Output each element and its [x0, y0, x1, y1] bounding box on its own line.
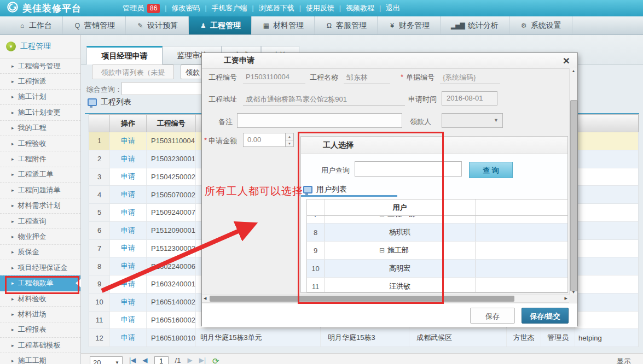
- scroll-left-icon[interactable]: ◀: [204, 296, 206, 301]
- status-text: 显示: [617, 356, 631, 364]
- last-page-icon[interactable]: ▶|: [199, 356, 206, 364]
- apply-link[interactable]: 申请: [121, 279, 135, 289]
- vertical-scrollbar[interactable]: ▲ ▼: [569, 68, 577, 295]
- sidebar-item-label: 工程报表: [18, 325, 47, 334]
- nav-item[interactable]: Ω 客服管理: [315, 16, 378, 34]
- caret-down-icon: ▼: [494, 118, 499, 123]
- sidebar-item[interactable]: ▸ 项目经理保证金: [0, 260, 80, 275]
- apply-link[interactable]: 申请: [121, 154, 135, 164]
- sidebar-item-label: 物业押金: [18, 232, 47, 242]
- amount-input[interactable]: 0.00: [243, 133, 286, 147]
- sidebar-item[interactable]: ▸ 施工计划: [0, 90, 80, 105]
- sidebar-item[interactable]: ▸ 工程查询: [0, 214, 80, 229]
- sidebar-item[interactable]: ▸ 材料进场: [0, 307, 80, 322]
- nav-item[interactable]: ✎ 设计预算: [126, 16, 189, 34]
- nav-item[interactable]: ▂▅▇ 统计分析: [441, 16, 509, 34]
- top-menu-link[interactable]: 视频教程: [346, 3, 374, 13]
- save-button[interactable]: 保存: [470, 308, 515, 324]
- spin-down-icon[interactable]: ▼: [286, 140, 293, 147]
- nav-item[interactable]: ⌂ 工作台: [8, 16, 63, 34]
- account-cell: [575, 132, 639, 150]
- page-size-select[interactable]: 20 ▼: [90, 356, 123, 364]
- sidebar-item[interactable]: ▸ 我的工程: [0, 121, 80, 136]
- sidebar-item[interactable]: ▸ 工程指派: [0, 74, 80, 89]
- apply-link[interactable]: 申请: [121, 208, 135, 218]
- row-number: 7: [89, 240, 110, 257]
- sidebar-item[interactable]: ▸ 工程基础模板: [0, 338, 80, 353]
- save-submit-button[interactable]: 保存/提交: [522, 308, 569, 324]
- sidebar-item[interactable]: ▸ 工程验收: [0, 136, 80, 151]
- apply-link[interactable]: 申请: [121, 172, 135, 181]
- project-code: P1505070002: [147, 186, 196, 203]
- refresh-icon[interactable]: ⟳: [212, 356, 219, 364]
- menu-divider: |: [165, 4, 166, 12]
- apply-link[interactable]: 申请: [121, 315, 135, 325]
- top-menu-link[interactable]: 手机客户端: [212, 3, 247, 13]
- apply-link[interactable]: 申请: [121, 136, 135, 146]
- apply-link[interactable]: 申请: [121, 243, 135, 253]
- nav-item-label: 系统设置: [531, 21, 561, 31]
- payee-select[interactable]: ▼: [442, 113, 503, 128]
- top-menu-link[interactable]: 使用反馈: [306, 3, 334, 13]
- apply-link[interactable]: 申请: [121, 190, 135, 199]
- project-code: P1605180010: [147, 329, 196, 347]
- sidebar-item[interactable]: ▸ 工程派工单: [0, 167, 80, 183]
- account-cell: [575, 293, 639, 311]
- sidebar-item[interactable]: ▸ 工程报表: [0, 322, 80, 338]
- sidebar-item[interactable]: ▸ 施工计划变更: [0, 105, 80, 120]
- apply-date-input[interactable]: 2016-08-01: [442, 91, 497, 105]
- sidebar-item[interactable]: ▸ 施工工期: [0, 353, 80, 364]
- scroll-up-icon[interactable]: ▲: [570, 69, 577, 73]
- sidebar-item[interactable]: ▸ 物业押金: [0, 229, 80, 244]
- nav-item[interactable]: ♟ 工程管理: [189, 16, 252, 34]
- first-page-icon[interactable]: |◀: [129, 356, 136, 364]
- row-number: 10: [89, 293, 110, 311]
- unsubmitted-list-button[interactable]: 领款申请列表（未提交）: [92, 64, 174, 79]
- collapse-icon[interactable]: ▾: [6, 42, 16, 51]
- user-label[interactable]: 管理员: [123, 3, 144, 13]
- nav-item[interactable]: ⚙ 系统设置: [509, 16, 572, 34]
- payee-label: 领款人: [410, 117, 431, 127]
- spin-up-icon[interactable]: ▲: [286, 133, 293, 140]
- account-cell: [575, 257, 639, 275]
- project-code: P1602240006: [147, 257, 196, 275]
- apply-link[interactable]: 申请: [121, 297, 135, 307]
- project-code: P1503110004: [147, 132, 196, 150]
- sidebar-item[interactable]: ▸ 材料需求计划: [0, 198, 80, 214]
- user-search-button[interactable]: 查 询: [469, 162, 513, 178]
- prev-page-icon[interactable]: ◀: [142, 356, 147, 364]
- apply-link[interactable]: 申请: [121, 226, 135, 236]
- account-cell: [575, 275, 639, 293]
- next-page-icon[interactable]: ▶: [187, 356, 192, 364]
- nav-item-icon: ▂▅▇: [451, 22, 465, 30]
- apply-link[interactable]: 申请: [121, 333, 135, 343]
- dialog-footer: 保存 保存/提交: [202, 303, 577, 327]
- sidebar-item[interactable]: ▸ 工程问题清单: [0, 183, 80, 198]
- page-number-input[interactable]: [154, 356, 169, 364]
- close-icon[interactable]: ×: [563, 54, 570, 68]
- scroll-down-icon[interactable]: ▼: [570, 290, 577, 294]
- nav-item[interactable]: ▦ 材料管理: [252, 16, 315, 34]
- table-row[interactable]: 12 申请 P1605180010 明月华庭15栋3单元 明月华庭15栋3 成都…: [89, 329, 639, 347]
- vertical-scrollbar-thumb[interactable]: [570, 100, 577, 291]
- sidebar-item[interactable]: ▸ 工程编号管理: [0, 58, 80, 74]
- screen: 美佳装修平台 管理员 86 | 修改密码 | 手机客户端 | 浏览器下载 | 使…: [0, 0, 643, 364]
- top-menu-link[interactable]: 修改密码: [171, 3, 200, 13]
- sidebar-menu: ▸ 工程编号管理 ▸ 工程指派 ▸ 施工计划 ▸ 施工计划变更: [0, 58, 80, 364]
- scroll-right-icon[interactable]: ▶: [565, 296, 567, 301]
- apply-link[interactable]: 申请: [121, 261, 135, 271]
- sidebar-item[interactable]: ▸ 工程附件: [0, 151, 80, 167]
- project-code-label: 工程编号: [208, 73, 237, 83]
- notification-badge: 86: [147, 4, 160, 13]
- nav-item[interactable]: ¥ 财务管理: [378, 16, 441, 34]
- sidebar-item-label: 工程验收: [18, 139, 47, 149]
- nav-item[interactable]: Q 营销管理: [63, 16, 126, 34]
- remark-input[interactable]: [237, 113, 402, 128]
- project-code: P1603240001: [147, 275, 196, 293]
- row-number: 11: [89, 312, 110, 329]
- top-menu-link[interactable]: 浏览器下载: [259, 3, 294, 13]
- sidebar-item[interactable]: ▸ 质保金: [0, 245, 80, 260]
- top-menu-link[interactable]: 退出: [386, 3, 400, 13]
- content-tab[interactable]: 项目经理申请: [86, 46, 163, 64]
- sidebar-header[interactable]: ▾ 工程管理: [0, 35, 80, 58]
